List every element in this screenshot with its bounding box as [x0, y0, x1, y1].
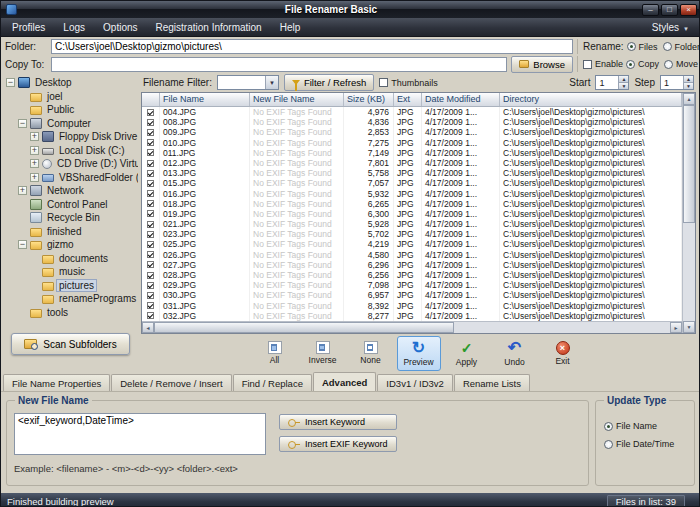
tab-advanced[interactable]: Advanced	[313, 372, 376, 391]
apply-button[interactable]: Apply	[445, 336, 489, 371]
thumbnails-checkbox[interactable]: Thumbnails	[379, 78, 438, 88]
row-checkbox[interactable]	[142, 290, 160, 300]
tab-file-name-properties[interactable]: File Name Properties	[3, 374, 110, 391]
filename-filter-combo[interactable]	[217, 75, 279, 90]
minimize-button[interactable]	[642, 4, 659, 16]
table-row[interactable]: 008.JPGNo EXIF Tags Found4,836JPG4/17/20…	[142, 117, 682, 127]
scrollbar-thumb[interactable]	[154, 322, 454, 333]
tree-item-joel[interactable]: joel	[3, 90, 138, 104]
column-header-new-file-name[interactable]: New File Name	[250, 93, 344, 106]
tree-item-network[interactable]: +Network	[3, 184, 138, 198]
row-checkbox[interactable]	[142, 168, 160, 178]
table-row[interactable]: 004.JPGNo EXIF Tags Found4,976JPG4/17/20…	[142, 107, 682, 117]
row-checkbox[interactable]	[142, 178, 160, 188]
scroll-right-icon[interactable]	[670, 322, 682, 333]
tree-item-documents[interactable]: documents	[3, 252, 138, 266]
table-row[interactable]: 009.JPGNo EXIF Tags Found2,853JPG4/17/20…	[142, 127, 682, 137]
expand-icon[interactable]: +	[30, 132, 39, 141]
horizontal-scrollbar[interactable]	[142, 321, 682, 333]
table-row[interactable]: 018.JPGNo EXIF Tags Found6,265JPG4/17/20…	[142, 199, 682, 209]
step-spinner[interactable]: 1	[660, 75, 694, 90]
rename-option-files[interactable]: Files	[627, 42, 658, 52]
scroll-down-icon[interactable]	[683, 321, 695, 333]
row-checkbox[interactable]	[142, 199, 160, 209]
table-row[interactable]: 028.JPGNo EXIF Tags Found6,256JPG4/17/20…	[142, 270, 682, 280]
spin-up-icon[interactable]	[618, 76, 628, 83]
row-checkbox[interactable]	[142, 280, 160, 290]
collapse-icon[interactable]: −	[18, 240, 27, 249]
scroll-up-icon[interactable]	[683, 93, 695, 105]
maximize-button[interactable]	[661, 4, 678, 16]
table-row[interactable]: 019.JPGNo EXIF Tags Found6,300JPG4/17/20…	[142, 209, 682, 219]
menu-item-profiles[interactable]: Profiles	[3, 20, 54, 35]
vertical-scrollbar[interactable]	[682, 93, 695, 333]
row-checkbox[interactable]	[142, 219, 160, 229]
table-row[interactable]: 015.JPGNo EXIF Tags Found7,057JPG4/17/20…	[142, 178, 682, 188]
tree-item-vbsharedfolder-vboxsvr-e[interactable]: +VBSharedFolder (\\vboxsvr) (E:)	[3, 171, 138, 185]
row-checkbox[interactable]	[142, 229, 160, 239]
dropdown-arrow-icon[interactable]	[265, 76, 278, 89]
spin-up-icon[interactable]	[683, 76, 693, 83]
column-header-directory[interactable]: Directory	[500, 93, 682, 106]
row-checkbox[interactable]	[142, 250, 160, 260]
scrollbar-thumb[interactable]	[683, 105, 695, 223]
tree-item-cd-drive-d-virtualbox-guest[interactable]: +CD Drive (D:) VirtualBox Guest	[3, 157, 138, 171]
tree-item-music[interactable]: music	[3, 265, 138, 279]
insert-exif-keyword-button[interactable]: Insert EXIF Keyword	[279, 436, 397, 452]
folder-path-input[interactable]	[51, 39, 573, 54]
new-file-name-input[interactable]: <exif_keyword,DateTime>	[14, 413, 266, 455]
tab-rename-lists[interactable]: Rename Lists	[454, 374, 530, 391]
start-spinner[interactable]: 1	[595, 75, 629, 90]
rename-option-folders[interactable]: Folders	[663, 42, 700, 52]
tree-item-recycle-bin[interactable]: Recycle Bin	[3, 211, 138, 225]
none-button[interactable]: None	[349, 336, 393, 371]
column-header-file-name[interactable]: File Name	[160, 93, 250, 106]
exit-button[interactable]: Exit	[541, 336, 585, 371]
spin-down-icon[interactable]	[683, 83, 693, 89]
tab-id3v1-id3v2[interactable]: ID3v1 / ID3v2	[377, 374, 453, 391]
row-checkbox[interactable]	[142, 158, 160, 168]
column-header-checkbox[interactable]	[142, 93, 160, 106]
menu-item-help[interactable]: Help	[271, 20, 310, 35]
row-checkbox[interactable]	[142, 127, 160, 137]
scan-subfolders-button[interactable]: Scan Subfolders	[11, 333, 129, 355]
table-row[interactable]: 026.JPGNo EXIF Tags Found4,580JPG4/17/20…	[142, 250, 682, 260]
spin-down-icon[interactable]	[618, 83, 628, 89]
row-checkbox[interactable]	[142, 107, 160, 117]
table-row[interactable]: 027.JPGNo EXIF Tags Found6,296JPG4/17/20…	[142, 260, 682, 270]
update-type-option-file-date-time[interactable]: File Date/Time	[604, 439, 674, 449]
table-row[interactable]: 029.JPGNo EXIF Tags Found7,098JPG4/17/20…	[142, 280, 682, 290]
menu-item-registration-information[interactable]: Registration Information	[147, 20, 271, 35]
table-row[interactable]: 030.JPGNo EXIF Tags Found6,957JPG4/17/20…	[142, 290, 682, 300]
row-checkbox[interactable]	[142, 311, 160, 321]
update-type-option-file-name[interactable]: File Name	[604, 421, 657, 431]
filter-refresh-button[interactable]: Filter / Refresh	[284, 74, 374, 91]
row-checkbox[interactable]	[142, 301, 160, 311]
tree-item-computer[interactable]: −Computer	[3, 117, 138, 131]
styles-menu[interactable]: Styles	[644, 22, 697, 33]
expand-icon[interactable]: +	[30, 159, 39, 168]
tree-item-control-panel[interactable]: Control Panel	[3, 198, 138, 212]
tree-item-local-disk-c[interactable]: +Local Disk (C:)	[3, 144, 138, 158]
preview-button[interactable]: Preview	[397, 336, 441, 371]
table-row[interactable]: 011.JPGNo EXIF Tags Found7,149JPG4/17/20…	[142, 148, 682, 158]
table-row[interactable]: 025.JPGNo EXIF Tags Found4,219JPG4/17/20…	[142, 239, 682, 249]
copy-option-copy[interactable]: Copy	[626, 59, 659, 69]
copy-to-input[interactable]	[51, 57, 507, 72]
tree-item-finished[interactable]: finished	[3, 225, 138, 239]
table-row[interactable]: 012.JPGNo EXIF Tags Found7,801JPG4/17/20…	[142, 158, 682, 168]
tree-item-pictures[interactable]: pictures	[3, 279, 138, 293]
table-row[interactable]: 021.JPGNo EXIF Tags Found5,928JPG4/17/20…	[142, 219, 682, 229]
expand-icon[interactable]: +	[30, 173, 39, 182]
tree-item-public[interactable]: Public	[3, 103, 138, 117]
title-bar[interactable]: File Renamer Basic	[1, 1, 699, 18]
tree-item-renameprograms[interactable]: renamePrograms	[3, 292, 138, 306]
collapse-icon[interactable]: −	[18, 119, 27, 128]
table-row[interactable]: 013.JPGNo EXIF Tags Found5,758JPG4/17/20…	[142, 168, 682, 178]
column-header-ext[interactable]: Ext	[394, 93, 422, 106]
tab-find-replace[interactable]: Find / Replace	[233, 374, 312, 391]
table-row[interactable]: 010.JPGNo EXIF Tags Found7,275JPG4/17/20…	[142, 138, 682, 148]
undo-button[interactable]: Undo	[493, 336, 537, 371]
browse-button[interactable]: Browse	[511, 56, 573, 73]
table-row[interactable]: 023.JPGNo EXIF Tags Found5,702JPG4/17/20…	[142, 229, 682, 239]
